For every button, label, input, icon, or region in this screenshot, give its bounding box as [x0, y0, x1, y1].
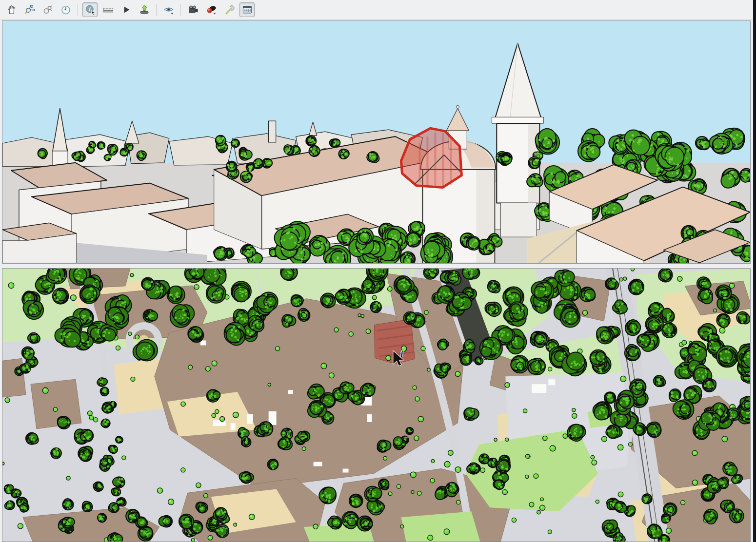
tree: [38, 149, 47, 159]
tree: [662, 323, 676, 338]
toolbar-separator: [156, 4, 157, 16]
export-scene-button[interactable]: [137, 2, 152, 17]
tree: [528, 157, 540, 169]
tree: [226, 161, 237, 172]
measure-tool-button[interactable]: [100, 2, 116, 17]
tree: [378, 440, 391, 452]
tree: [53, 288, 69, 304]
tree: [740, 169, 750, 182]
map-2d-view[interactable]: i: [2, 268, 751, 542]
identify-icon: i: [85, 4, 96, 15]
tree: [625, 320, 640, 335]
tree: [282, 314, 296, 327]
tree: [658, 269, 673, 282]
tree: [141, 278, 154, 290]
scene-3d-view[interactable]: [2, 20, 751, 264]
tree: [100, 387, 109, 396]
tree: [86, 147, 94, 154]
tree: [239, 149, 252, 160]
tree: [143, 310, 158, 322]
group-select-tool-button[interactable]: [40, 2, 55, 17]
tree: [642, 494, 652, 503]
tree: [702, 378, 716, 392]
tree: [231, 281, 251, 302]
tree: [629, 279, 644, 295]
tree: [108, 144, 118, 155]
pan-tool-button[interactable]: [4, 2, 19, 17]
tree: [646, 315, 663, 333]
tree: [460, 354, 472, 366]
tree: [593, 402, 612, 420]
tree: [370, 302, 381, 313]
navigation-dial-tool-button[interactable]: [58, 2, 73, 17]
tree: [117, 498, 126, 506]
tree: [82, 501, 93, 512]
animation-camera-button[interactable]: [185, 2, 200, 17]
visibility-tool-button[interactable]: [161, 2, 176, 17]
tree: [378, 479, 389, 490]
tree: [320, 293, 335, 308]
view-divider: [2, 264, 751, 268]
tree: [475, 357, 483, 365]
tree: [51, 448, 61, 459]
tree: [206, 284, 226, 303]
tools-settings-button[interactable]: [221, 2, 237, 17]
tree: [740, 396, 750, 411]
tree: [306, 136, 316, 146]
tree: [138, 526, 153, 541]
tree: [400, 252, 415, 263]
tree: [137, 151, 146, 160]
tree: [231, 139, 239, 147]
tree: [727, 408, 740, 421]
tree: [496, 459, 510, 473]
tree: [360, 383, 375, 397]
table-window-button[interactable]: [239, 2, 255, 17]
tree: [340, 382, 354, 394]
circles-icon: [42, 4, 53, 15]
scene-3d-canvas[interactable]: [2, 21, 750, 263]
tree: [716, 285, 731, 300]
play-animation-button[interactable]: [119, 2, 134, 17]
tree: [625, 345, 640, 361]
tree: [528, 358, 545, 375]
scene-graph-tool-button[interactable]: [22, 2, 37, 17]
red-capsule-icon: [206, 4, 217, 15]
ruler-icon: [103, 4, 114, 15]
tree: [479, 454, 489, 464]
map-2d-canvas[interactable]: i: [2, 269, 750, 542]
table-window-icon: [242, 4, 253, 15]
tree: [101, 419, 110, 428]
eye-icon: [163, 4, 174, 15]
tree: [179, 514, 194, 529]
tree: [406, 427, 413, 435]
tree: [46, 269, 66, 284]
tree: [367, 152, 379, 162]
screen-edge: [753, 0, 756, 542]
render-mode-button[interactable]: [203, 2, 219, 17]
tree: [216, 136, 226, 146]
tree: [97, 142, 105, 149]
tree: [362, 279, 375, 293]
identify-tool-button[interactable]: i: [82, 2, 98, 17]
tree: [258, 422, 273, 436]
svg-text:i: i: [400, 349, 403, 359]
tree: [284, 145, 294, 155]
upload-icon: [139, 4, 150, 15]
toolbar-separator: [78, 4, 78, 16]
tree: [730, 509, 744, 523]
tree: [104, 154, 111, 160]
tree: [113, 477, 125, 487]
tree: [167, 286, 185, 304]
tree: [342, 512, 358, 529]
tree: [93, 482, 103, 492]
tree: [462, 269, 479, 279]
tree: [98, 513, 106, 522]
tree: [336, 289, 352, 304]
tree: [360, 518, 372, 529]
tree: [120, 148, 128, 156]
tree: [58, 416, 70, 429]
tree: [298, 309, 310, 322]
tree: [20, 503, 29, 512]
tree: [331, 139, 340, 148]
play-icon: [121, 4, 132, 15]
